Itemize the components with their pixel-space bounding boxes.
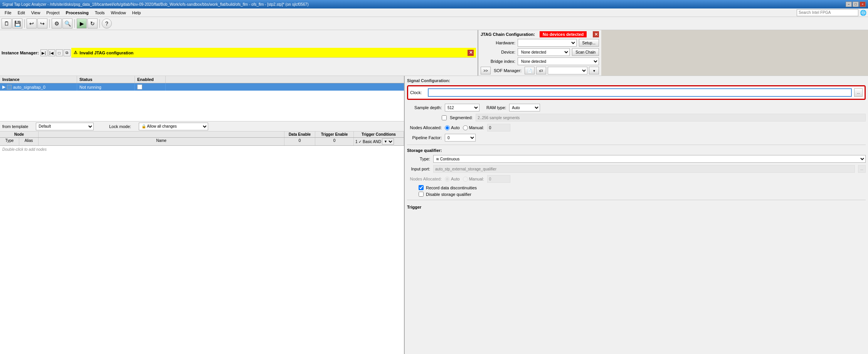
warning-banner: ⚠ Invalid JTAG configuration ✕ — [71, 48, 476, 58]
nodes-auto-label: Auto — [451, 125, 460, 130]
search-bar: 🌐 — [797, 9, 866, 16]
inst-btn-2[interactable]: |◀ — [48, 49, 55, 56]
instance-col-enabled: Enabled — [135, 76, 166, 83]
jtag-header-row: JTAG Chain Configuration: No devices det… — [481, 31, 599, 37]
disable-storage-checkbox[interactable] — [419, 192, 424, 197]
instance-cell-name: ▶ auto_signaltap_0 — [0, 83, 77, 91]
template-select[interactable]: Default — [36, 123, 94, 130]
lock-mode-select[interactable]: 🔒 Allow all changes — [139, 123, 208, 130]
clock-row: Clock: ... — [407, 85, 866, 100]
sq-nodes-manual-label: Manual: — [469, 177, 484, 181]
jtag-bridge-dropdown[interactable]: None detected — [518, 57, 599, 65]
storage-qualifier-label: Storage qualifier: — [407, 148, 866, 153]
sample-depth-row: Sample depth: 512 1024 2048 4096 RAM typ… — [407, 104, 866, 111]
segmented-checkbox[interactable] — [442, 115, 447, 120]
node-header-trigger-enable: Trigger Enable — [315, 131, 354, 137]
disable-storage-label: Disable storage qualifier — [426, 192, 471, 197]
lock-mode-label: Lock mode: — [109, 124, 131, 129]
search-input[interactable] — [797, 9, 858, 16]
pipeline-factor-select[interactable]: 0 — [445, 134, 476, 142]
instance-manager-section: Instance Manager: ▶| |◀ □ ⧉ ⚠ Invalid JT… — [0, 30, 478, 76]
template-bar: from template Default Lock mode: 🔒 Allow… — [0, 121, 404, 131]
node-table-subheader: Type Alias Name 0 0 1 ✓ Basic AND ▼ — [0, 138, 404, 146]
instance-enabled-checkbox[interactable]: ✓ — [137, 84, 142, 89]
find-button[interactable]: 🔍 — [62, 19, 72, 29]
sample-depth-label: Sample depth: — [407, 105, 442, 110]
record-discontinuities-checkbox[interactable] — [419, 185, 424, 190]
minimize-button[interactable]: − — [846, 2, 852, 7]
segmented-row: Segmented: — [407, 114, 866, 121]
menu-file[interactable]: File — [2, 10, 15, 16]
instance-table-header: Instance Status Enabled — [0, 76, 404, 83]
jtag-setup-button[interactable]: Setup... — [579, 39, 599, 47]
nodes-allocated-row: Nodes Allocated: Auto Manual: — [407, 124, 866, 131]
nodes-radio-manual[interactable]: Manual: — [463, 125, 484, 130]
jtag-scan-chain-button[interactable]: Scan Chain — [572, 48, 599, 56]
jtag-sof-btn1[interactable]: >> — [481, 67, 491, 74]
jtag-bridge-row: Bridge index: None detected — [481, 57, 599, 65]
new-button[interactable]: 🗒 — [2, 19, 12, 29]
node-header-data-enable: Data Enable — [284, 131, 315, 137]
ram-type-select[interactable]: Auto — [509, 104, 540, 111]
node-table-header: Node Data Enable Trigger Enable Trigger … — [0, 131, 404, 138]
menu-help[interactable]: Help — [129, 10, 144, 16]
instance-col-instance: Instance — [0, 76, 77, 83]
menu-project[interactable]: Project — [43, 10, 62, 16]
trigger-condition-select[interactable]: ▼ — [382, 138, 394, 145]
signal-config-section-title: Signal Configuration: — [407, 78, 866, 83]
menu-processing[interactable]: Processing — [63, 10, 92, 16]
instance-expand-icon: ▶ — [2, 84, 5, 89]
save-button[interactable]: 💾 — [12, 19, 22, 29]
sq-input-port-row: Input port: ... — [407, 165, 866, 173]
jtag-hardware-dropdown[interactable] — [518, 39, 577, 47]
pipeline-factor-row: Pipeline Factor: 0 — [407, 134, 866, 142]
nodes-manual-radio[interactable] — [463, 125, 468, 130]
sq-type-select[interactable]: ≋ Continuous Input port — [433, 155, 866, 163]
inst-btn-1[interactable]: ▶| — [40, 49, 47, 56]
menu-edit[interactable]: Edit — [15, 10, 28, 16]
autorun-button[interactable]: ↻ — [87, 19, 98, 29]
warning-icon: ⚠ — [74, 50, 77, 55]
ram-type-label: RAM type: — [486, 105, 506, 110]
clock-browse-button[interactable]: ... — [854, 88, 863, 97]
jtag-sof-expand-button[interactable]: ▾ — [589, 67, 599, 74]
redo-button[interactable]: ↪ — [37, 19, 47, 29]
inst-btn-4[interactable]: ⧉ — [64, 49, 71, 56]
sq-nodes-manual-radio — [463, 177, 468, 182]
warning-close-button[interactable]: ✕ — [468, 50, 474, 56]
instance-col-status: Status — [77, 76, 135, 83]
nodes-allocated-label: Nodes Allocated: — [407, 125, 442, 130]
inst-btn-3[interactable]: □ — [56, 49, 63, 56]
nodes-auto-radio[interactable] — [445, 125, 450, 130]
close-button[interactable]: × — [860, 2, 866, 7]
jtag-sof-label: SOF Manager: — [494, 68, 521, 73]
toolbar-separator-4 — [99, 19, 100, 28]
jtag-close-button[interactable]: ✕ — [593, 31, 599, 37]
undo-button[interactable]: ↩ — [27, 19, 37, 29]
sq-nodes-row: Nodes Allocated: Auto Manual: — [407, 175, 866, 183]
menu-window[interactable]: Window — [108, 10, 129, 16]
signal-config-panel: Signal Configuration: Clock: ... Sample … — [405, 76, 868, 213]
nodes-radio-auto[interactable]: Auto — [445, 125, 460, 130]
jtag-config-label: JTAG Chain Configuration: — [481, 32, 535, 37]
warning-message: Invalid JTAG configuration — [80, 51, 134, 55]
pipeline-factor-label: Pipeline Factor: — [407, 135, 442, 140]
menu-tools[interactable]: Tools — [92, 10, 108, 16]
sample-depth-select[interactable]: 512 1024 2048 4096 — [445, 104, 479, 111]
run-button[interactable]: ▶ — [77, 19, 87, 29]
right-panel: Signal Configuration: Clock: ... Sample … — [405, 76, 868, 354]
nodes-manual-label: Manual: — [469, 125, 484, 130]
settings-button[interactable]: ⚙ — [52, 19, 62, 29]
toolbar-separator-1 — [24, 19, 25, 28]
help-button[interactable]: ? — [102, 19, 112, 29]
maximize-button[interactable]: □ — [853, 2, 859, 7]
jtag-sof-print-button[interactable]: 📄 — [525, 67, 535, 74]
window-controls: − □ × — [846, 2, 866, 7]
jtag-device-dropdown[interactable]: None detected — [518, 48, 570, 56]
menu-view[interactable]: View — [28, 10, 44, 16]
clock-input[interactable] — [428, 88, 852, 97]
instance-row[interactable]: ▶ auto_signaltap_0 Not running ✓ — [0, 83, 404, 91]
jtag-sof-tag-button[interactable]: 🏷 — [536, 67, 546, 74]
jtag-sof-dropdown[interactable] — [548, 67, 587, 74]
sq-nodes-label: Nodes Allocated: — [407, 177, 442, 181]
